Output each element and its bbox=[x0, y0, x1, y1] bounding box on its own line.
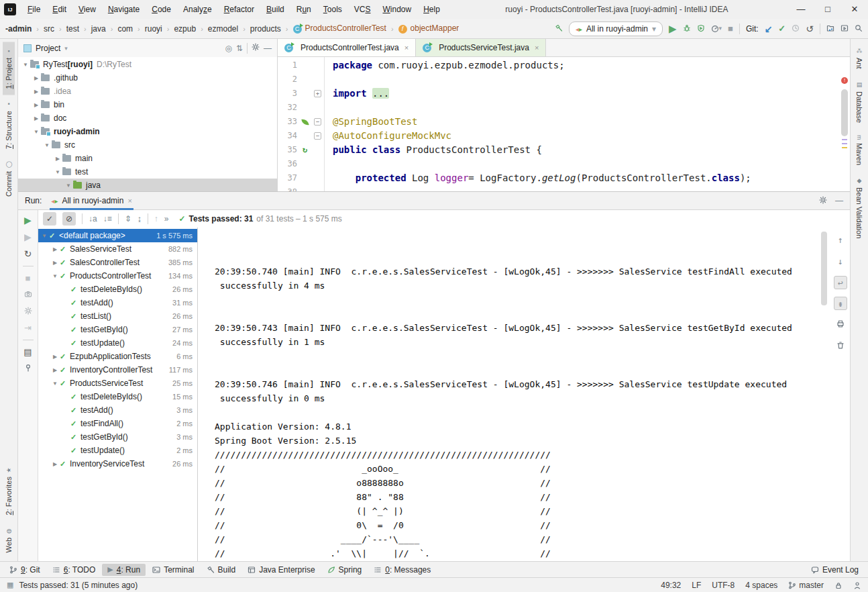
expand-all-button[interactable]: ⇕ bbox=[125, 214, 131, 224]
breadcrumb-item[interactable]: ezmodel bbox=[208, 24, 238, 34]
menu-help[interactable]: Help bbox=[417, 0, 446, 19]
print-button[interactable] bbox=[836, 317, 845, 332]
stop-button[interactable]: ■ bbox=[728, 24, 733, 33]
project-structure-button[interactable] bbox=[826, 24, 834, 34]
coverage-button[interactable] bbox=[697, 24, 705, 34]
close-tab-icon[interactable]: × bbox=[535, 44, 539, 52]
scrollbar-thumb[interactable] bbox=[841, 89, 848, 136]
test-tree-row[interactable]: ▼✓ProductsServiceTest25 ms bbox=[38, 377, 197, 390]
commit-button[interactable]: ✓ bbox=[778, 24, 785, 33]
project-tree-row[interactable]: ▶.github bbox=[18, 71, 277, 85]
test-tree-row[interactable]: ✓testDeleteByIds()26 ms bbox=[38, 283, 197, 296]
breadcrumb-item[interactable]: ruoyi bbox=[145, 24, 162, 34]
stripe-button-commit[interactable]: Commit◯ bbox=[3, 155, 15, 203]
run-anything-button[interactable] bbox=[840, 24, 849, 34]
menu-build[interactable]: Build bbox=[260, 0, 290, 19]
test-tree-row[interactable]: ▶✓EzpubApplicationTests6 ms bbox=[38, 350, 197, 363]
tool-window-button-run[interactable]: ▶4: Run bbox=[102, 564, 146, 576]
stripe-button-beanvalidation[interactable]: ◆Bean Validation bbox=[853, 171, 865, 244]
spring-bean-icon[interactable] bbox=[300, 119, 310, 126]
scroll-to-end-toggle[interactable]: ⇟ bbox=[834, 297, 847, 310]
tool-window-button-terminal[interactable]: Terminal bbox=[147, 564, 199, 576]
pin-tab-button[interactable] bbox=[24, 364, 32, 373]
menu-navigate[interactable]: Navigate bbox=[102, 0, 146, 19]
sort-by-duration-button[interactable]: ↓≡ bbox=[103, 214, 112, 224]
collapsed-arrow-icon[interactable]: ▶ bbox=[50, 461, 60, 467]
previous-failed-test-button[interactable]: ↑ bbox=[154, 214, 158, 224]
breadcrumb-item[interactable]: java bbox=[91, 24, 106, 34]
show-passed-toggle[interactable]: ✓ bbox=[43, 212, 56, 226]
stripe-button-structure[interactable]: 7: Structure▪ bbox=[3, 95, 15, 155]
maximize-button[interactable]: □ bbox=[814, 0, 841, 19]
build-hammer-icon[interactable] bbox=[555, 24, 563, 34]
clear-console-button[interactable] bbox=[836, 339, 845, 353]
collapsed-arrow-icon[interactable]: ▶ bbox=[32, 102, 41, 108]
test-tree-row[interactable]: ▶✓SalesServiceTest882 ms bbox=[38, 242, 197, 256]
collapsed-arrow-icon[interactable]: ▶ bbox=[32, 115, 41, 121]
soft-wrap-toggle[interactable]: ↩ bbox=[834, 276, 847, 289]
thread-dump-button[interactable] bbox=[24, 290, 32, 299]
tool-windows-icon[interactable]: ▦ bbox=[7, 581, 13, 589]
event-log-button[interactable]: Event Log bbox=[806, 564, 864, 576]
run-button[interactable]: ▶ bbox=[669, 23, 677, 34]
rerun-button[interactable]: ▶ bbox=[24, 215, 32, 225]
test-tree-row[interactable]: ▶✓InventoryControllerTest117 ms bbox=[38, 363, 197, 377]
fold-box-icon[interactable]: + bbox=[314, 90, 321, 97]
hide-panel-button[interactable]: — bbox=[264, 44, 272, 53]
inspection-profile-icon[interactable] bbox=[853, 581, 861, 589]
expanded-arrow-icon[interactable]: ▼ bbox=[53, 169, 62, 175]
menu-view[interactable]: View bbox=[72, 0, 102, 19]
project-tree-row[interactable]: ▶bin bbox=[18, 98, 277, 111]
panel-settings-button[interactable] bbox=[252, 43, 260, 53]
history-button[interactable] bbox=[792, 24, 800, 34]
menu-tools[interactable]: Tools bbox=[317, 0, 348, 19]
menu-analyze[interactable]: Analyze bbox=[177, 0, 218, 19]
stripe-button-project[interactable]: 1: Project▪ bbox=[3, 42, 15, 95]
breadcrumb-item[interactable]: ezpub bbox=[174, 24, 196, 34]
profiler-button[interactable]: ▾ bbox=[711, 25, 722, 33]
test-tree-row[interactable]: ✓testAdd()31 ms bbox=[38, 296, 197, 309]
collapsed-arrow-icon[interactable]: ▶ bbox=[50, 354, 60, 360]
run-tab[interactable]: ◂▸ All in ruoyi-admin × bbox=[50, 192, 133, 210]
sort-alphabetically-button[interactable]: ↓a bbox=[89, 214, 97, 224]
close-button[interactable]: ✕ bbox=[841, 0, 868, 19]
fold-marker[interactable]: + bbox=[313, 90, 323, 97]
menu-vcs[interactable]: VCS bbox=[348, 0, 377, 19]
project-tree-row[interactable]: ▼RyTest [ruoyi]D:\RyTest bbox=[18, 58, 277, 71]
test-tree-row[interactable]: ✓testUpdate()2 ms bbox=[38, 444, 197, 457]
hide-run-panel-button[interactable]: — bbox=[835, 196, 843, 205]
test-tree-row[interactable]: ▼✓ProductsControllerTest134 ms bbox=[38, 269, 197, 283]
collapsed-arrow-icon[interactable]: ▶ bbox=[53, 156, 62, 162]
rerun-failed-button[interactable]: ▶ bbox=[24, 232, 32, 242]
menu-code[interactable]: Code bbox=[146, 0, 177, 19]
scroll-up-button[interactable]: ↑ bbox=[838, 233, 843, 247]
search-everywhere-button[interactable] bbox=[855, 24, 863, 34]
stripe-button-maven[interactable]: mMaven bbox=[853, 129, 865, 172]
collapse-all-button[interactable]: ↨ bbox=[138, 214, 142, 224]
project-view-chevron-icon[interactable]: ▾ bbox=[64, 45, 68, 52]
fold-box-icon[interactable]: − bbox=[314, 118, 321, 126]
code-editor[interactable]: 123+3233−34−35↻363738 package com.ruoyi.… bbox=[278, 57, 850, 191]
test-tree-row[interactable]: ▼✓<default package>1 s 575 ms bbox=[38, 229, 197, 242]
collapsed-arrow-icon[interactable]: ▶ bbox=[32, 89, 41, 95]
encoding-indicator[interactable]: UTF-8 bbox=[712, 581, 735, 590]
editor-tab[interactable]: CProductsControllerTest.java× bbox=[278, 39, 416, 56]
test-tree-row[interactable]: ✓testUpdate()24 ms bbox=[38, 336, 197, 350]
minimize-button[interactable]: — bbox=[788, 0, 814, 19]
show-ignored-toggle[interactable]: ⊘ bbox=[62, 212, 76, 226]
editor-scrollbar[interactable]: ! bbox=[840, 77, 849, 148]
test-settings-button[interactable] bbox=[24, 307, 32, 316]
stripe-button-web[interactable]: Web◍ bbox=[3, 522, 15, 558]
test-tree-row[interactable]: ✓testList()26 ms bbox=[38, 309, 197, 323]
menu-window[interactable]: Window bbox=[376, 0, 417, 19]
tool-window-button-javaenterprise[interactable]: Java Enterprise bbox=[242, 564, 320, 576]
console-scrollbar[interactable] bbox=[821, 232, 827, 305]
expanded-arrow-icon[interactable]: ▼ bbox=[21, 62, 30, 68]
run-panel-settings-button[interactable] bbox=[819, 196, 827, 206]
test-tree-row[interactable]: ✓testDeleteByIds()15 ms bbox=[38, 390, 197, 403]
close-tab-icon[interactable]: × bbox=[127, 197, 131, 205]
test-tree-row[interactable]: ▶✓SalesControllerTest385 ms bbox=[38, 256, 197, 269]
tool-window-button-git[interactable]: 9: Git bbox=[4, 564, 46, 576]
menu-refactor[interactable]: Refactor bbox=[218, 0, 260, 19]
expanded-arrow-icon[interactable]: ▼ bbox=[40, 233, 49, 239]
